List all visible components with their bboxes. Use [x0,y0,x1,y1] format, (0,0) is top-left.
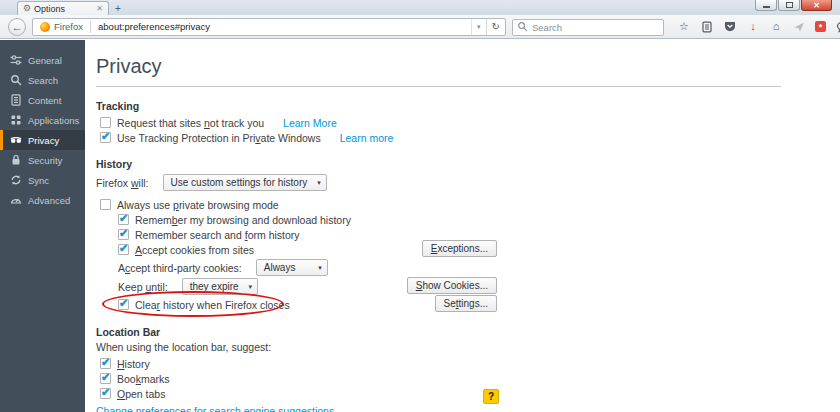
sidebar-item-label: Advanced [28,195,70,206]
back-icon: ← [12,21,23,33]
check-icon: ✔ [101,386,110,399]
check-icon: ✔ [101,371,110,384]
minimize-icon [763,6,770,8]
check-icon: ✔ [119,242,128,255]
url-dropdown-button[interactable]: ▾ [471,19,486,35]
history-mode-value: Use custom settings for history [171,177,308,188]
suggest-open-tabs-checkbox[interactable]: ✔ [100,388,111,399]
tab-close-icon[interactable]: ✕ [96,5,103,13]
download-icon[interactable]: ↓ [746,20,760,34]
dnt-label[interactable]: Request that sites not track you [117,117,264,129]
tracking-heading: Tracking [96,100,840,112]
accept-cookies-row: ✔ Accept cookies from sites Exceptions..… [118,242,818,257]
remember-history-checkbox[interactable]: ✔ [118,214,129,225]
search-input[interactable] [512,19,664,36]
site-identity[interactable]: Firefox [33,19,90,35]
tab-options[interactable]: ⚙ Options ✕ [17,1,109,15]
private-browsing-row: Always use private browsing mode [100,197,800,212]
site-identity-label: Firefox [54,21,83,32]
private-browsing-label[interactable]: Always use private browsing mode [117,199,279,211]
sidebar-item-privacy[interactable]: Privacy [0,130,85,150]
url-text[interactable]: about:preferences#privacy [91,21,471,32]
remember-history-row: ✔ Remember my browsing and download hist… [118,212,818,227]
search-box[interactable] [512,17,664,36]
sidebar-item-content[interactable]: Content [0,90,85,110]
library-icon[interactable] [700,20,714,34]
keep-until-row: Keep until: they expire ▾ Show Cookies..… [118,277,818,296]
suggest-bookmarks-checkbox[interactable]: ✔ [100,373,111,384]
suggest-bookmarks-label[interactable]: Bookmarks [117,373,170,385]
sync-arrows-icon [10,174,22,186]
exceptions-button[interactable]: Exceptions... [422,240,497,257]
third-party-cookies-row: Accept third-party cookies: Always ▾ [118,258,818,277]
keep-until-select[interactable]: they expire ▾ [182,278,258,295]
window-close-button[interactable]: ✕ [801,0,832,11]
navigation-toolbar: ← Firefox about:preferences#privacy ▾ ↻ … [0,15,840,39]
sidebar-item-label: Sync [28,175,49,186]
tab-bar: ⚙ Options ✕ + ✕ [0,0,840,15]
settings-button[interactable]: Settings... [435,295,497,312]
help-button[interactable]: ? [483,389,499,404]
history-mode-select[interactable]: Use custom settings for history ▾ [163,174,327,191]
history-mode-row: Firefox will: Use custom settings for hi… [96,173,796,192]
accept-cookies-label[interactable]: Accept cookies from sites [135,244,254,256]
sidebar-item-search[interactable]: Search [0,70,85,90]
remember-form-label[interactable]: Remember search and form history [135,229,300,241]
restore-icon [786,2,793,8]
reload-button[interactable]: ↻ [486,19,505,35]
suggest-history-checkbox[interactable]: ✔ [100,358,111,369]
keep-until-label: Keep until: [118,281,168,293]
suggest-history-label[interactable]: History [117,358,150,370]
pocket-icon[interactable] [723,20,737,34]
sidebar-item-general[interactable]: General [0,50,85,70]
remember-form-checkbox[interactable]: ✔ [118,229,129,240]
search-suggestions-link-row: Change preferences for search engine sug… [96,403,796,412]
remember-history-label[interactable]: Remember my browsing and download histor… [135,214,351,226]
privacy-mask-icon [10,134,22,146]
title-divider [96,86,781,87]
tracking-protection-label[interactable]: Use Tracking Protection in Private Windo… [117,132,321,144]
feedback-icon[interactable] [835,20,840,34]
send-tab-icon[interactable] [792,20,806,34]
search-suggestions-link[interactable]: Change preferences for search engine sug… [96,405,343,412]
new-tab-button[interactable]: + [109,2,127,15]
clear-history-checkbox[interactable]: ✔ [118,299,129,310]
sidebar-item-advanced[interactable]: Advanced [0,190,85,210]
tp-learn-more-link[interactable]: Learn more [340,132,394,144]
chevron-down-icon: ▾ [318,264,322,272]
sidebar-item-applications[interactable]: Applications [0,110,85,130]
third-party-cookies-label: Accept third-party cookies: [118,262,242,274]
sidebar-item-security[interactable]: Security [0,150,85,170]
tab-title: Options [34,4,93,14]
check-icon: ✔ [119,227,128,240]
content-page-icon [10,94,22,106]
sidebar-item-label: General [28,55,62,66]
suggest-history-row: ✔ History [100,356,800,371]
bookmark-star-icon[interactable]: ☆ [677,20,691,34]
clear-history-label[interactable]: Clear history when Firefox closes [135,299,290,311]
gear-icon: ⚙ [23,4,31,13]
firefox-will-label: Firefox will: [96,177,149,189]
clear-history-row: ✔ Clear history when Firefox closes Sett… [118,297,818,312]
url-bar[interactable]: Firefox about:preferences#privacy ▾ ↻ [32,18,506,36]
firefox-logo-icon [40,22,50,32]
tracking-protection-checkbox[interactable]: ✔ [100,132,111,143]
suggest-open-tabs-label[interactable]: Open tabs [117,388,165,400]
extension-icon[interactable]: * [815,21,826,32]
dnt-row: Request that sites not track you Learn M… [100,115,800,130]
private-browsing-checkbox[interactable] [100,199,111,210]
home-icon[interactable]: ⌂ [769,20,783,34]
window-controls: ✕ [754,0,832,11]
third-party-cookies-select[interactable]: Always ▾ [256,259,328,276]
sidebar-item-sync[interactable]: Sync [0,170,85,190]
advanced-gauge-icon [10,194,22,206]
search-icon [517,21,528,32]
show-cookies-button[interactable]: Show Cookies... [407,277,497,294]
window-restore-button[interactable] [778,0,800,11]
dnt-checkbox[interactable] [100,117,111,128]
window-minimize-button[interactable] [755,0,777,11]
suggest-open-tabs-row: ✔ Open tabs [100,386,800,401]
back-button[interactable]: ← [8,18,26,36]
accept-cookies-checkbox[interactable]: ✔ [118,244,129,255]
dnt-learn-more-link[interactable]: Learn More [283,117,337,129]
